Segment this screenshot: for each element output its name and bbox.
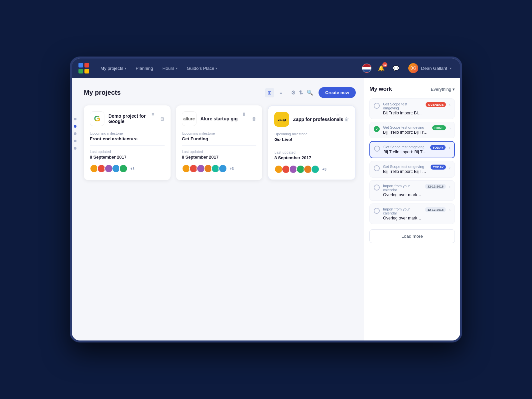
card-divider (182, 145, 257, 146)
create-new-button[interactable]: Create new (319, 87, 356, 98)
side-dot (74, 132, 76, 135)
side-navigation-dots (72, 78, 78, 340)
navbar: My projects ▾ Planning Hours ▾ Guido's P… (72, 59, 460, 78)
chevron-down-icon: ▾ (450, 66, 452, 70)
notifications-badge: 12 (382, 62, 388, 67)
work-item-description: Bij Trello import: Bij Trello import zie… (383, 111, 422, 115)
chevron-right-icon: › (449, 208, 451, 212)
user-name: Dean Gallant (421, 66, 447, 71)
task-checkbox[interactable] (374, 185, 380, 191)
milestone-label: Upcoming milestone (90, 131, 165, 135)
milestone-section: Upcoming milestone Go Live! (274, 132, 349, 142)
filter-everything-button[interactable]: Everything ▾ (431, 87, 455, 92)
project-card-google: G Demo project for Google 🗑 ≡ Upcoming m… (84, 105, 171, 180)
work-item[interactable]: Import from your calendar Overleg over m… (369, 203, 455, 224)
status-badge: 12-12-2018 (425, 207, 446, 212)
milestone-label: Upcoming milestone (182, 131, 257, 135)
work-item-content: Get Scope test omgeving Bij Trello impor… (383, 125, 429, 135)
milestone-value: Get Funding (182, 136, 257, 141)
milestone-value: Front-end architecture (90, 136, 165, 141)
projects-title: My projects (84, 89, 265, 96)
chevron-down-icon: ▾ (215, 66, 217, 70)
task-checkbox[interactable] (374, 103, 380, 109)
avatar (119, 164, 128, 173)
work-item-content: Get Scope test omgeving Bij Trello impor… (383, 102, 422, 115)
project-logo-google: G (90, 111, 104, 126)
work-item-description: Bij Trello import: Bij Trello import zie… (383, 150, 427, 154)
milestone-section: Upcoming milestone Front-end architectur… (90, 131, 165, 141)
last-updated-date: 8 September 2017 (274, 155, 349, 160)
work-item[interactable]: Get Scope test omgeving Bij Trello impor… (369, 98, 455, 119)
work-item-description: Bij Trello import: Bij Trello import zie… (383, 169, 427, 174)
avatar-count: +3 (130, 167, 135, 171)
list-view-button[interactable]: ≡ (276, 88, 286, 97)
work-item-project: Import from your calendar (383, 207, 422, 215)
card-avatars: +3 (274, 165, 349, 174)
work-item[interactable]: Import from your calendar Overleg over m… (369, 180, 455, 201)
svg-rect-1 (84, 63, 89, 67)
chevron-right-icon: › (449, 146, 450, 150)
avatar (311, 165, 320, 174)
chat-icon: 💬 (393, 65, 399, 71)
task-checkbox[interactable] (374, 208, 380, 214)
svg-rect-3 (84, 69, 89, 73)
work-items-list: Get Scope test omgeving Bij Trello impor… (369, 98, 455, 224)
filter-icon[interactable]: ⚙ (291, 89, 296, 96)
nav-hours[interactable]: Hours ▾ (159, 64, 181, 73)
nav-guidos-place[interactable]: Guido's Place ▾ (184, 64, 221, 73)
svg-rect-2 (78, 69, 83, 73)
work-item-content: Import from your calendar Overleg over m… (383, 184, 422, 197)
toolbar-icons: ⚙ ⇅ 🔍 (291, 89, 313, 96)
work-item[interactable]: Get Scope test omgeving Bij Trello impor… (369, 161, 455, 178)
side-dot-active (74, 125, 76, 128)
task-checkbox[interactable]: ✓ (374, 126, 380, 132)
notifications-button[interactable]: 🔔 12 (376, 63, 387, 74)
task-checkbox[interactable] (374, 165, 380, 171)
avatar: DG (408, 63, 418, 73)
grid-view-button[interactable]: ⊞ (265, 88, 274, 97)
nav-planning[interactable]: Planning (132, 64, 157, 73)
flag-button[interactable] (361, 63, 372, 74)
avatar (218, 164, 227, 173)
work-item-description: Overleg over marketingplan met ... (383, 193, 422, 197)
delete-project-button[interactable]: 🗑 (252, 116, 256, 121)
sort-icon[interactable]: ⇅ (299, 89, 303, 96)
status-badge: 12-12-2018 (425, 184, 446, 189)
work-item-content: Get Scope test omgeving Bij Trello impor… (383, 145, 427, 154)
last-updated-label: Last updated (274, 150, 349, 154)
project-logo-allure: allure (182, 111, 197, 126)
last-updated-label: Last updated (182, 150, 257, 154)
status-badge: DONE (432, 125, 446, 130)
work-item-project: Import from your calendar (383, 184, 422, 192)
device-frame: My projects ▾ Planning Hours ▾ Guido's P… (70, 57, 462, 342)
messages-button[interactable]: 💬 (390, 63, 402, 74)
user-menu[interactable]: DG Dean Gallant ▾ (405, 62, 455, 74)
nav-my-projects[interactable]: My projects ▾ (97, 64, 130, 73)
task-checkbox[interactable] (374, 146, 380, 152)
flag-icon (362, 64, 371, 73)
project-cards: G Demo project for Google 🗑 ≡ Upcoming m… (84, 105, 356, 180)
main-content: My projects ⊞ ≡ ⚙ ⇅ 🔍 Create new (72, 78, 460, 340)
updated-section: Last updated 8 September 2017 (90, 150, 165, 160)
chevron-right-icon: › (449, 126, 451, 131)
milestone-icon: ≡ (336, 112, 339, 118)
delete-project-button[interactable]: 🗑 (344, 117, 349, 122)
milestone-label: Upcoming milestone (274, 132, 349, 136)
status-badge: TODAY (430, 145, 446, 150)
load-more-button[interactable]: Load more (369, 229, 455, 243)
search-icon[interactable]: 🔍 (307, 89, 313, 96)
delete-project-button[interactable]: 🗑 (160, 116, 165, 121)
work-item[interactable]: ✓ Get Scope test omgeving Bij Trello imp… (369, 122, 455, 138)
milestone-icon: ⏸ (241, 111, 246, 117)
avatar-count: +3 (322, 167, 327, 171)
work-item-project: Get Scope test omgeving (383, 125, 429, 129)
work-item[interactable]: Get Scope test omgeving Bij Trello impor… (369, 141, 455, 158)
app-logo (77, 62, 90, 75)
work-header: My work Everything ▾ (369, 86, 455, 92)
work-item-description: Bij Trello import: Bij Trello import zie… (383, 130, 429, 135)
card-avatars: +3 (90, 164, 165, 173)
work-item-project: Get Scope test omgeving (383, 165, 427, 169)
last-updated-label: Last updated (90, 150, 165, 154)
chevron-right-icon: › (449, 103, 451, 107)
chevron-right-icon: › (449, 165, 451, 170)
